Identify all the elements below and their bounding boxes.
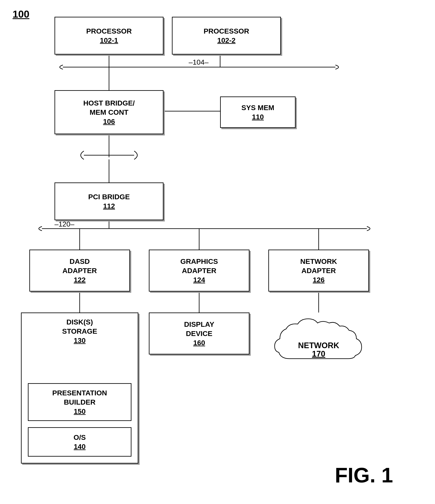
os-ref: 140 <box>74 442 86 451</box>
presentation-builder-box: PRESENTATIONBUILDER 150 <box>28 383 132 421</box>
processor2-box: PROCESSOR 102-2 <box>172 17 281 54</box>
disk-storage-outer-box: DISK(S)STORAGE 130 PRESENTATIONBUILDER 1… <box>21 313 138 464</box>
processor1-label: PROCESSOR <box>86 27 132 36</box>
presentation-builder-label: PRESENTATIONBUILDER <box>52 388 107 407</box>
graphics-adapter-label: GRAPHICSADAPTER <box>180 257 218 275</box>
dasd-adapter-ref: 122 <box>74 275 86 284</box>
network-cloud-svg: NETWORK 170 <box>268 313 369 375</box>
display-device-ref: 160 <box>193 338 205 347</box>
os-label: O/S <box>74 433 86 442</box>
sys-mem-ref: 110 <box>252 112 264 121</box>
host-bridge-box: HOST BRIDGE/MEM CONT 106 <box>54 90 163 134</box>
svg-text:NETWORK: NETWORK <box>298 341 339 350</box>
processor1-box: PROCESSOR 102-1 <box>54 17 163 54</box>
diagram-container: 100 –104– <box>0 0 435 504</box>
graphics-adapter-box: GRAPHICSADAPTER 124 <box>149 250 249 292</box>
dasd-adapter-box: DASDADAPTER 122 <box>29 250 130 292</box>
display-device-label: DISPLAYDEVICE <box>184 320 214 338</box>
diagram-id-label: 100 <box>13 8 29 20</box>
svg-text:170: 170 <box>312 350 325 358</box>
graphics-adapter-ref: 124 <box>193 275 205 284</box>
processor2-ref: 102-2 <box>217 36 236 45</box>
processor2-label: PROCESSOR <box>204 27 249 36</box>
disk-storage-label: DISK(S)STORAGE <box>62 318 97 335</box>
network-adapter-label: NETWORKADAPTER <box>300 257 337 275</box>
processor1-ref: 102-1 <box>100 36 118 45</box>
pci-bridge-box: PCI BRIDGE 112 <box>54 182 163 220</box>
svg-text:–104–: –104– <box>189 58 209 66</box>
sys-mem-label: SYS MEM <box>241 103 275 112</box>
svg-text:–120–: –120– <box>54 220 74 228</box>
pci-bridge-label: PCI BRIDGE <box>88 192 130 201</box>
pci-bridge-ref: 112 <box>103 201 115 211</box>
host-bridge-label: HOST BRIDGE/MEM CONT <box>83 98 135 117</box>
sys-mem-box: SYS MEM 110 <box>220 97 296 128</box>
dasd-adapter-label: DASDADAPTER <box>62 257 97 275</box>
display-device-box: DISPLAYDEVICE 160 <box>149 313 249 354</box>
presentation-builder-ref: 150 <box>74 407 86 416</box>
disk-storage-ref: 130 <box>74 336 86 344</box>
figure-label: FIG. 1 <box>335 463 393 487</box>
network-adapter-box: NETWORKADAPTER 126 <box>268 250 369 292</box>
network-adapter-ref: 126 <box>313 275 325 284</box>
os-box: O/S 140 <box>28 427 132 457</box>
host-bridge-ref: 106 <box>103 117 115 126</box>
